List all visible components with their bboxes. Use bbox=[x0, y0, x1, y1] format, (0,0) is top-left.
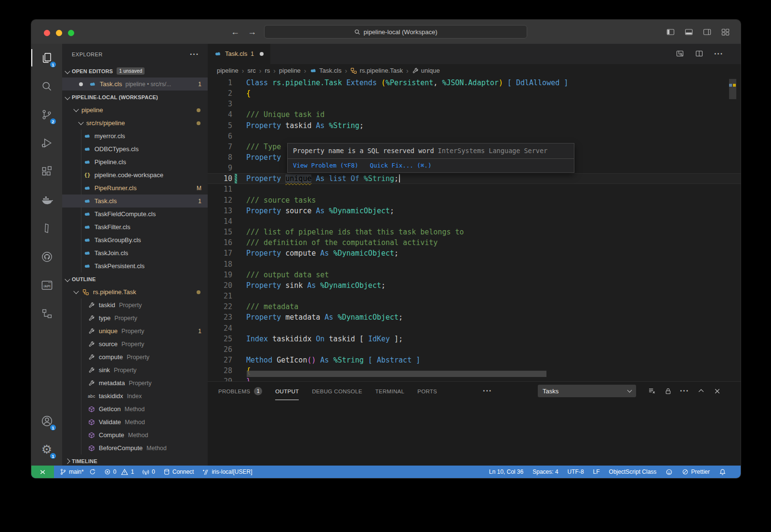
activity-extensions[interactable] bbox=[31, 159, 62, 183]
cursor-position-status[interactable]: Ln 10, Col 36 bbox=[489, 468, 523, 475]
code-line[interactable]: 29} bbox=[208, 376, 741, 381]
outline-unique[interactable]: uniqueProperty1 bbox=[62, 324, 208, 337]
code-line[interactable]: 13Property source As %DynamicObject; bbox=[208, 206, 741, 216]
code-line[interactable]: 17Property compute As %DynamicObject; bbox=[208, 248, 741, 259]
tab-modified-dot-icon[interactable] bbox=[260, 52, 264, 56]
git-branch-status[interactable]: main* bbox=[60, 468, 96, 475]
code-line[interactable]: 10Property unique As list Of %String; bbox=[208, 173, 741, 184]
code-line[interactable]: 20Property sink As %DynamicObject; bbox=[208, 280, 741, 291]
quick-fix-link[interactable]: Quick Fix... (⌘.) bbox=[370, 162, 431, 169]
tab-terminal[interactable]: TERMINAL bbox=[375, 382, 405, 400]
remote-indicator[interactable] bbox=[31, 466, 54, 478]
code-line[interactable]: 27Method GetIcon() As %String [ Abstract… bbox=[208, 355, 741, 365]
tree-file-taskfilter[interactable]: TaskFilter.cls bbox=[62, 221, 208, 234]
toggle-panel-icon[interactable] bbox=[684, 27, 693, 37]
clear-output-icon[interactable] bbox=[648, 387, 656, 395]
connect-status[interactable]: Connect bbox=[163, 468, 194, 475]
activity-explorer[interactable]: 1 bbox=[31, 46, 62, 70]
activity-search[interactable] bbox=[31, 74, 62, 98]
outline-taskid[interactable]: taskidProperty bbox=[62, 298, 208, 311]
outline-validate[interactable]: ValidateMethod bbox=[62, 415, 208, 428]
tab-ports[interactable]: PORTS bbox=[417, 382, 437, 400]
activity-objectscript[interactable] bbox=[31, 216, 62, 240]
tree-file-code-workspace[interactable]: {}pipeline.code-workspace bbox=[62, 169, 208, 182]
panel-more-actions-icon[interactable] bbox=[680, 387, 689, 395]
feedback-smiley-icon[interactable] bbox=[665, 468, 673, 476]
ports-status[interactable]: 0 bbox=[142, 468, 155, 476]
activity-github[interactable] bbox=[31, 245, 62, 269]
code-line[interactable]: 11 bbox=[208, 184, 741, 195]
tab-problems[interactable]: PROBLEMS 1 bbox=[218, 382, 262, 400]
outline-class[interactable]: rs.pipeline.Task bbox=[62, 285, 208, 298]
overview-ruler[interactable] bbox=[729, 78, 736, 381]
breadcrumb-item[interactable]: rs.pipeline.Task bbox=[350, 67, 403, 74]
open-changes-icon[interactable] bbox=[676, 50, 684, 58]
code-line[interactable]: 19/// output data set bbox=[208, 270, 741, 280]
tree-file-myerror[interactable]: myerror.cls bbox=[62, 130, 208, 143]
outline-type[interactable]: typeProperty bbox=[62, 311, 208, 324]
outline-metadata[interactable]: metadataProperty bbox=[62, 376, 208, 389]
code-line[interactable]: 12/// source tasks bbox=[208, 195, 741, 206]
toggle-primary-sidebar-icon[interactable] bbox=[666, 27, 675, 37]
breadcrumb-item[interactable]: pipeline bbox=[217, 67, 239, 74]
maximize-panel-icon[interactable] bbox=[697, 387, 705, 395]
code-line[interactable]: 16/// definition of the computational ac… bbox=[208, 237, 741, 248]
open-editors-header[interactable]: OPEN EDITORS 1 unsaved bbox=[62, 65, 208, 78]
close-window-button[interactable] bbox=[44, 30, 50, 36]
workspace-header[interactable]: PIPELINE-LOCAL (WORKSPACE) bbox=[62, 91, 208, 104]
toggle-secondary-sidebar-icon[interactable] bbox=[703, 27, 712, 37]
activity-source-control[interactable]: 2 bbox=[31, 103, 62, 127]
lock-panel-icon[interactable] bbox=[664, 387, 672, 395]
code-line[interactable]: 14 bbox=[208, 216, 741, 227]
outline-header[interactable]: OUTLINE bbox=[62, 272, 208, 285]
activity-run-debug[interactable] bbox=[31, 131, 62, 155]
code-line[interactable]: 21 bbox=[208, 291, 741, 301]
open-editor-task-cls[interactable]: Task.cls pipeline • src/rs/... 1 bbox=[62, 78, 208, 91]
code-line[interactable]: 5Property taskid As %String; bbox=[208, 120, 741, 131]
tree-file-taskfieldcompute[interactable]: TaskFieldCompute.cls bbox=[62, 208, 208, 221]
code-editor[interactable]: 1Class rs.pipeline.Task Extends (%Persis… bbox=[208, 78, 741, 381]
forward-icon[interactable]: → bbox=[248, 27, 256, 37]
horizontal-scrollbar[interactable] bbox=[247, 371, 546, 377]
code-line[interactable]: 22/// metadata bbox=[208, 301, 741, 312]
tree-file-taskpersistent[interactable]: TaskPersistent.cls bbox=[62, 260, 208, 272]
tree-file-odbctypes[interactable]: ODBCTypes.cls bbox=[62, 143, 208, 156]
modified-dot-icon[interactable] bbox=[79, 82, 83, 86]
code-line[interactable]: 26 bbox=[208, 344, 741, 355]
minimize-window-button[interactable] bbox=[56, 30, 62, 36]
view-problem-link[interactable]: View Problem (⌥F8) bbox=[293, 162, 358, 169]
tree-file-piperunner[interactable]: PipeRunner.clsM bbox=[62, 182, 208, 195]
eol-status[interactable]: LF bbox=[593, 468, 600, 475]
more-actions-icon[interactable] bbox=[190, 50, 199, 59]
tree-file-taskjoin[interactable]: TaskJoin.cls bbox=[62, 247, 208, 260]
outline-compute[interactable]: computeProperty bbox=[62, 350, 208, 363]
server-connection-status[interactable]: iris-local[USER] bbox=[202, 468, 252, 476]
code-line[interactable]: 23Property metadata As %DynamicObject; bbox=[208, 312, 741, 323]
tree-file-pipeline[interactable]: Pipeline.cls bbox=[62, 156, 208, 169]
notifications-bell-icon[interactable] bbox=[719, 468, 726, 476]
command-center[interactable]: pipeline-local (Workspace) bbox=[264, 25, 527, 39]
outline-sink[interactable]: sinkProperty bbox=[62, 363, 208, 376]
outline-beforecompute[interactable]: BeforeComputeMethod bbox=[62, 441, 208, 454]
settings-button[interactable]: ⚙ 1 bbox=[31, 437, 62, 461]
tab-task-cls[interactable]: Task.cls 1 bbox=[208, 44, 270, 64]
formatter-status[interactable]: Prettier bbox=[682, 468, 710, 475]
tree-file-task[interactable]: Task.cls1 bbox=[62, 195, 208, 208]
indentation-status[interactable]: Spaces: 4 bbox=[532, 468, 558, 475]
output-channel-select[interactable]: Tasks bbox=[538, 385, 636, 397]
code-line[interactable]: 15/// list of pipeline ids that this tas… bbox=[208, 227, 741, 237]
activity-class-hierarchy[interactable] bbox=[31, 301, 62, 325]
breadcrumb-item[interactable]: Task.cls bbox=[310, 67, 342, 74]
breadcrumb-item[interactable]: pipeline bbox=[279, 67, 301, 74]
tree-file-taskgroupby[interactable]: TaskGroupBy.cls bbox=[62, 234, 208, 247]
code-line[interactable]: 18 bbox=[208, 259, 741, 270]
activity-docker[interactable] bbox=[31, 188, 62, 212]
customize-layout-icon[interactable] bbox=[721, 27, 730, 37]
close-panel-icon[interactable] bbox=[713, 387, 721, 395]
encoding-status[interactable]: UTF-8 bbox=[568, 468, 584, 475]
breadcrumb-item[interactable]: src bbox=[248, 67, 256, 74]
code-line[interactable]: 3 bbox=[208, 99, 741, 109]
scrollbar-thumb[interactable] bbox=[729, 79, 736, 99]
activity-rest-api[interactable]: /API bbox=[31, 273, 62, 297]
tab-output[interactable]: OUTPUT bbox=[275, 382, 299, 400]
